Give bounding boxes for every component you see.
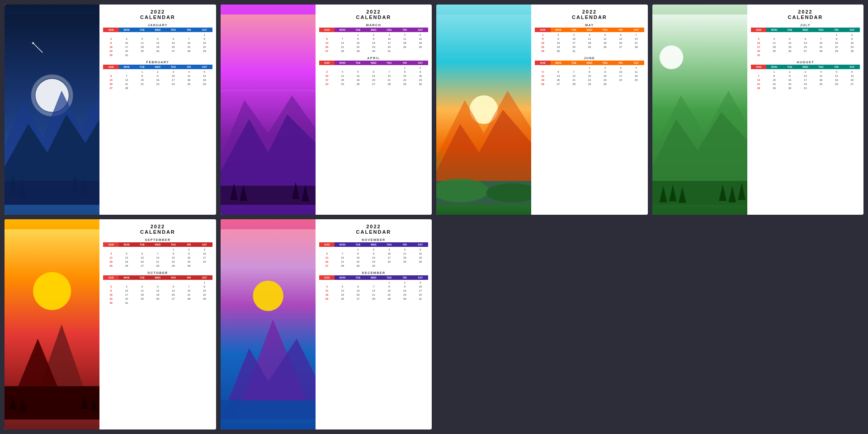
- calendar-grid: 1234567891011121314151617181920212223242…: [319, 247, 428, 268]
- calendar-grid: 1234567891011121314151617181920212223242…: [319, 33, 428, 53]
- day-header-tue: TUE: [782, 28, 797, 32]
- day-cell: 22: [197, 292, 212, 297]
- day-cell: 23: [103, 297, 118, 301]
- day-cell: [134, 280, 150, 284]
- month-section-november: NOVEMBERSUNMONTUEWEDTHUFRISAT12345678910…: [319, 238, 428, 268]
- title-text: CALENDAR: [319, 14, 428, 20]
- day-cell: 29: [766, 86, 782, 90]
- day-cell: 21: [628, 41, 644, 45]
- day-cell: [165, 86, 181, 90]
- day-header-thu: THU: [382, 242, 397, 247]
- day-cell: 11: [397, 37, 412, 41]
- day-cell: 24: [197, 259, 212, 264]
- day-header-sat: SAT: [628, 28, 644, 32]
- day-cell: 30: [413, 82, 428, 86]
- day-cell: 26: [829, 82, 844, 86]
- month-section-july: JULYSUNMONTUEWEDTHUFRISAT123456789101112…: [751, 24, 860, 57]
- day-cell: [165, 301, 181, 305]
- day-cell: 15: [582, 74, 597, 78]
- day-cell: 6: [103, 74, 118, 78]
- day-cell: [150, 280, 165, 284]
- day-header-fri: FRI: [397, 242, 412, 247]
- day-cell: 22: [829, 45, 844, 49]
- calendar-content-3: 2022CALENDARMAYSUNMONTUEWEDTHUFRISAT1234…: [531, 5, 647, 215]
- day-cell: 11: [134, 288, 150, 292]
- calendar-grid: 1234567891011121314151617181920212223242…: [751, 33, 860, 57]
- day-cell: 14: [335, 41, 350, 45]
- day-cell: 25: [134, 49, 150, 53]
- day-cell: [150, 247, 165, 251]
- title-text: CALENDAR: [103, 229, 212, 235]
- day-cell: [181, 53, 197, 57]
- day-cell: 14: [119, 78, 134, 82]
- day-cell: 1: [535, 33, 550, 37]
- day-header-thu: THU: [165, 242, 181, 247]
- day-cell: 21: [382, 78, 397, 82]
- day-header-fri: FRI: [829, 28, 844, 32]
- calendar-grid: 1234567891011121314151617181920212223242…: [103, 70, 212, 90]
- calendar-header-row: SUNMONTUEWEDTHUFRISAT: [751, 65, 860, 69]
- calendar-header-row: SUNMONTUEWEDTHUFRISAT: [319, 61, 428, 65]
- day-cell: 4: [628, 66, 644, 70]
- day-cell: 8: [829, 37, 844, 41]
- day-cell: 27: [103, 86, 118, 90]
- day-cell: 3: [319, 70, 335, 74]
- calendar-content-5: 2022CALENDARSEPTEMBERSUNMONTUEWEDTHUFRIS…: [99, 219, 216, 429]
- calendar-grid: 1234567891011121314151617181920212223242…: [751, 70, 860, 90]
- day-cell: 22: [535, 45, 550, 49]
- day-cell: [165, 53, 181, 57]
- calendar-title: 2022CALENDAR: [319, 9, 428, 20]
- day-cell: 2: [844, 33, 860, 37]
- day-cell: 9: [782, 74, 797, 78]
- day-header-mon: MON: [766, 65, 782, 69]
- day-cell: [181, 301, 197, 305]
- day-header-thu: THU: [597, 28, 613, 32]
- day-header-wed: WED: [797, 65, 813, 69]
- day-cell: 22: [350, 259, 366, 264]
- day-cell: [751, 33, 766, 37]
- day-cell: 8: [165, 251, 181, 255]
- day-cell: 3: [797, 70, 813, 74]
- day-cell: 29: [397, 82, 412, 86]
- day-header-thu: THU: [382, 28, 397, 32]
- day-cell: 16: [397, 288, 412, 292]
- day-cell: 19: [119, 259, 134, 264]
- calendar-header-row: SUNMONTUEWEDTHUFRISAT: [103, 28, 212, 32]
- day-cell: 28: [335, 264, 350, 268]
- day-cell: 30: [597, 82, 613, 86]
- day-cell: 29: [350, 264, 366, 268]
- day-cell: [366, 66, 381, 70]
- day-cell: 4: [397, 33, 412, 37]
- day-cell: [103, 33, 118, 37]
- day-cell: 11: [103, 255, 118, 259]
- day-header-mon: MON: [119, 275, 134, 280]
- day-cell: 5: [829, 70, 844, 74]
- day-cell: 4: [397, 247, 412, 251]
- day-cell: 5: [119, 251, 134, 255]
- svg-rect-11: [5, 181, 99, 205]
- day-cell: 23: [366, 45, 381, 49]
- day-cell: 21: [366, 292, 381, 297]
- day-cell: [335, 33, 350, 37]
- day-header-sun: SUN: [319, 242, 335, 247]
- day-cell: 24: [382, 259, 397, 264]
- day-cell: 16: [782, 78, 797, 82]
- day-cell: 25: [582, 45, 597, 49]
- day-cell: [103, 280, 118, 284]
- day-cell: 11: [134, 41, 150, 45]
- day-header-tue: TUE: [566, 61, 581, 65]
- day-cell: 19: [150, 45, 165, 49]
- month-section-january: JANUARYSUNMONTUEWEDTHUFRISAT123456789101…: [103, 24, 212, 57]
- day-header-sun: SUN: [751, 65, 766, 69]
- day-cell: 2: [782, 70, 797, 74]
- day-cell: [397, 49, 412, 53]
- svg-point-29: [659, 45, 683, 69]
- day-cell: 8: [382, 284, 397, 288]
- day-cell: 11: [628, 70, 644, 74]
- day-cell: 12: [782, 41, 797, 45]
- day-cell: 14: [366, 288, 381, 292]
- svg-point-40: [33, 272, 71, 310]
- day-cell: 13: [165, 41, 181, 45]
- day-cell: [119, 280, 134, 284]
- day-cell: 16: [103, 45, 118, 49]
